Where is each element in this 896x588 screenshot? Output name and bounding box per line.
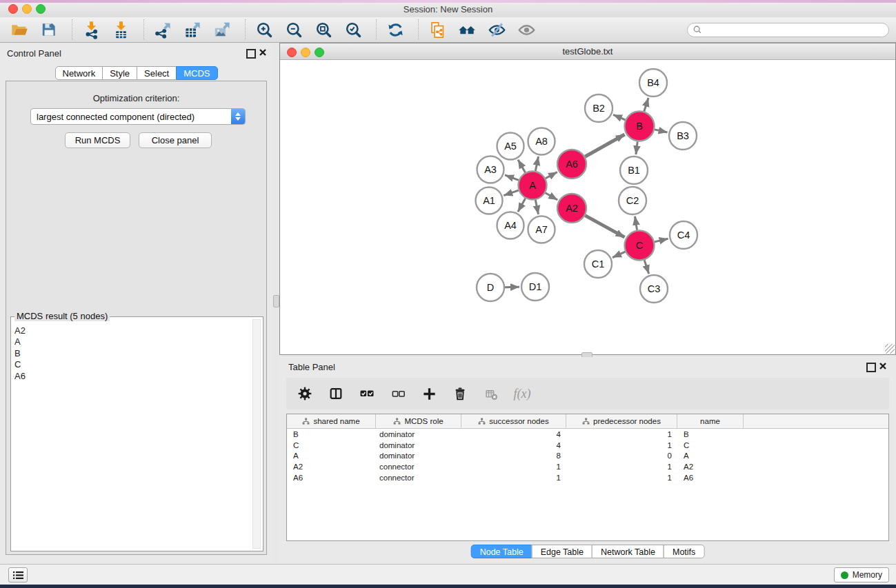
graph-node-A3[interactable]: A3 (477, 156, 504, 183)
graph-edge-B-B4[interactable] (644, 98, 648, 112)
close-panel-button[interactable]: Close panel (139, 132, 212, 148)
graph-edge-A-A4[interactable] (518, 199, 526, 212)
tab-node-table[interactable]: Node Table (471, 545, 532, 558)
import-network-button[interactable] (81, 20, 101, 39)
table-row[interactable]: Adominator80A (287, 451, 888, 462)
refresh-button[interactable] (386, 20, 405, 39)
mcds-result-item[interactable]: A (14, 336, 250, 347)
column-header-successor-nodes[interactable]: successor nodes (461, 414, 566, 428)
show-task-history-button[interactable] (8, 567, 28, 582)
graph-node-C1[interactable]: C1 (584, 250, 612, 278)
network-graph[interactable]: B4B2BB3B1A5A8A3A6AA1A4A7A2C2CC4C1C3DD1 (280, 60, 895, 354)
graph-edge-B-B3[interactable] (655, 130, 668, 132)
graph-node-B2[interactable]: B2 (585, 94, 613, 122)
save-session-button[interactable] (39, 20, 59, 39)
column-header-name[interactable]: name (677, 414, 744, 428)
column-header-shared-name[interactable]: shared name (287, 414, 376, 428)
result-scrollbar[interactable] (252, 319, 261, 549)
close-panel-icon[interactable] (879, 362, 887, 370)
tab-edge-table[interactable]: Edge Table (532, 545, 593, 558)
graph-edge-A-A7[interactable] (535, 200, 538, 214)
tab-style[interactable]: Style (102, 66, 137, 80)
function-builder-button[interactable]: f(x) (514, 385, 530, 402)
graph-node-B4[interactable]: B4 (639, 69, 667, 97)
table-row[interactable]: Cdominator41C (287, 440, 888, 451)
delete-column-button[interactable] (452, 385, 468, 402)
run-mcds-button[interactable]: Run MCDS (65, 132, 130, 148)
graph-node-D[interactable]: D (477, 274, 504, 301)
delete-table-button[interactable] (483, 385, 499, 402)
show-all-columns-button[interactable] (359, 385, 375, 402)
graph-node-A7[interactable]: A7 (528, 216, 555, 243)
graph-node-A2[interactable]: A2 (557, 194, 586, 223)
graph-edge-A-A1[interactable] (504, 190, 518, 195)
graph-edge-C-C1[interactable] (613, 252, 626, 257)
table-row[interactable]: Bdominator41B (287, 429, 888, 440)
graph-edge-C-C4[interactable] (655, 239, 668, 242)
zoom-selected-button[interactable] (344, 20, 363, 39)
float-panel-icon[interactable] (866, 363, 876, 372)
graph-node-C3[interactable]: C3 (640, 275, 668, 303)
memory-button[interactable]: Memory (834, 567, 889, 582)
graph-edge-A-A6[interactable] (546, 172, 557, 178)
show-all-button[interactable] (517, 20, 536, 39)
graph-edge-C-C3[interactable] (644, 260, 649, 274)
search-input[interactable] (706, 24, 884, 35)
mcds-result-item[interactable]: A2 (14, 325, 250, 336)
export-image-button[interactable] (212, 20, 232, 39)
vertical-splitter-handle[interactable] (273, 295, 279, 307)
graph-edge-B-B2[interactable] (613, 114, 625, 120)
mcds-result-item[interactable]: A6 (14, 371, 250, 382)
export-network-button[interactable] (153, 20, 172, 39)
graph-node-A5[interactable]: A5 (497, 133, 524, 160)
open-session-button[interactable] (10, 20, 29, 39)
graph-edge-B-B1[interactable] (636, 141, 637, 154)
zoom-out-button[interactable] (284, 20, 303, 39)
column-header-predecessor-nodes[interactable]: predecessor nodes (566, 414, 677, 428)
clone-network-button[interactable] (428, 20, 447, 39)
graph-edge-A-A5[interactable] (518, 160, 525, 173)
close-panel-icon[interactable] (259, 48, 267, 57)
table-row[interactable]: A6connector11A6 (287, 472, 888, 483)
graph-edge-C-C2[interactable] (635, 216, 637, 230)
graph-node-C[interactable]: C (625, 231, 655, 261)
table-settings-button[interactable] (297, 385, 313, 402)
tab-network[interactable]: Network (54, 66, 103, 80)
criterion-dropdown[interactable]: largest connected component (directed) (30, 108, 246, 125)
graph-edge-A2-C[interactable] (585, 216, 624, 238)
graph-node-A[interactable]: A (519, 172, 547, 200)
graph-edge-A-A2[interactable] (546, 193, 558, 200)
first-neighbors-button[interactable] (457, 20, 477, 39)
resize-grip-icon[interactable] (885, 344, 895, 354)
graph-node-A6[interactable]: A6 (557, 150, 586, 179)
graph-node-B3[interactable]: B3 (669, 122, 697, 150)
graph-node-A4[interactable]: A4 (497, 212, 524, 239)
tab-select[interactable]: Select (137, 66, 177, 80)
zoom-in-button[interactable] (255, 20, 274, 39)
export-table-button[interactable] (183, 20, 202, 39)
graph-edge-A-A8[interactable] (535, 156, 538, 171)
tab-mcds[interactable]: MCDS (176, 66, 217, 80)
zoom-fit-button[interactable] (314, 20, 333, 39)
hide-all-columns-button[interactable] (390, 385, 406, 402)
tab-network-table[interactable]: Network Table (592, 545, 664, 558)
column-header-mcds-role[interactable]: MCDS role (376, 414, 461, 428)
graph-node-C2[interactable]: C2 (619, 187, 646, 214)
hide-selected-button[interactable] (487, 20, 506, 39)
graph-edge-A6-B[interactable] (585, 134, 624, 156)
split-panel-button[interactable] (328, 385, 344, 402)
create-column-button[interactable] (421, 385, 437, 402)
table-row[interactable]: A2connector11A2 (287, 461, 888, 472)
float-panel-icon[interactable] (246, 49, 256, 59)
graph-node-D1[interactable]: D1 (521, 273, 549, 301)
mcds-result-item[interactable]: B (14, 348, 250, 359)
mcds-result-item[interactable]: C (14, 359, 250, 370)
graph-node-B1[interactable]: B1 (620, 156, 648, 184)
tab-motifs[interactable]: Motifs (664, 545, 704, 558)
graph-node-A8[interactable]: A8 (528, 128, 555, 155)
graph-node-A1[interactable]: A1 (476, 187, 503, 214)
graph-edge-A-A3[interactable] (505, 175, 519, 180)
import-table-button[interactable] (111, 20, 130, 39)
graph-node-B[interactable]: B (625, 112, 655, 141)
graph-node-C4[interactable]: C4 (670, 221, 697, 249)
